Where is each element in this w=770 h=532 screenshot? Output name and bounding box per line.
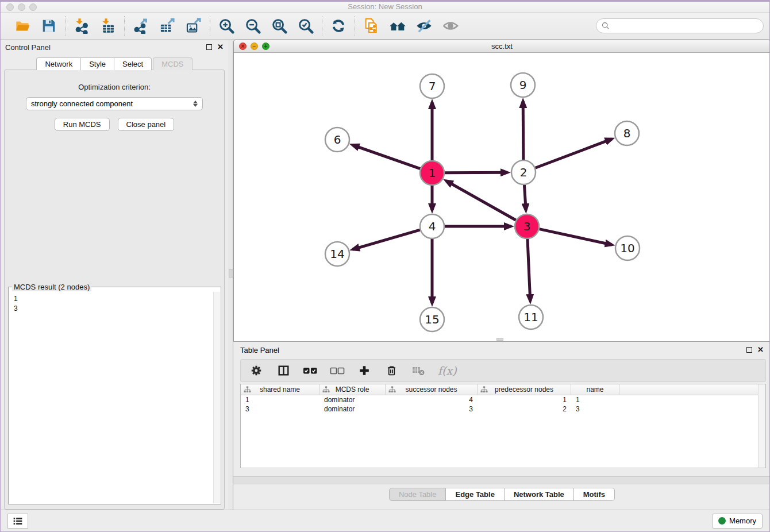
- graph-edge-3-10[interactable]: [539, 229, 611, 245]
- tab-mcds[interactable]: MCDS: [153, 57, 192, 70]
- column-header-MCDS-role[interactable]: MCDS role: [319, 384, 386, 395]
- zoom-out-icon[interactable]: [244, 17, 261, 34]
- network-view-window: scc.txt × − + 7968124314101511: [233, 40, 770, 342]
- tab-network-table[interactable]: Network Table: [505, 488, 574, 501]
- zoom-fit-icon[interactable]: [271, 17, 288, 34]
- table-cell[interactable]: 3: [241, 404, 319, 414]
- graph-node-label-4: 4: [429, 219, 436, 233]
- minimize-window-button[interactable]: [18, 3, 25, 11]
- graph-edge-1-2[interactable]: [445, 172, 507, 173]
- clone-network-icon[interactable]: [363, 17, 380, 34]
- delete-table-icon[interactable]: [411, 363, 426, 378]
- export-table-icon[interactable]: [159, 17, 176, 34]
- splitter-grip[interactable]: [229, 269, 233, 277]
- tab-edge-table[interactable]: Edge Table: [446, 488, 504, 501]
- mcds-result-title: MCDS result (2 nodes): [12, 283, 91, 291]
- table-row[interactable]: 3dominator323: [241, 404, 765, 414]
- graph-node-label-14: 14: [330, 247, 344, 261]
- graph-edge-4-14[interactable]: [353, 230, 420, 249]
- graph-node-label-1: 1: [429, 166, 436, 180]
- open-session-icon[interactable]: [14, 17, 31, 34]
- memory-label: Memory: [729, 516, 756, 525]
- graph-edge-2-9[interactable]: [523, 101, 523, 160]
- network-canvas[interactable]: 7968124314101511: [234, 53, 770, 341]
- export-image-icon[interactable]: [185, 17, 202, 34]
- graph-edge-2-3[interactable]: [524, 185, 526, 210]
- close-window-button[interactable]: [6, 3, 14, 11]
- table-cell[interactable]: dominator: [319, 404, 386, 414]
- column-header-name[interactable]: name: [571, 384, 619, 395]
- select-all-icon[interactable]: [303, 363, 318, 378]
- table-settings-gear-icon[interactable]: [249, 363, 264, 378]
- table-cell[interactable]: 3: [571, 404, 619, 414]
- table-row[interactable]: 1dominator411: [241, 395, 765, 404]
- window-titlebar: Session: New Session: [1, 2, 769, 13]
- deselect-all-icon[interactable]: [330, 363, 345, 378]
- control-panel-tabs: Network Style Select MCDS: [1, 57, 228, 70]
- task-history-button[interactable]: [7, 514, 28, 529]
- export-network-icon[interactable]: [132, 17, 149, 34]
- search-box[interactable]: [596, 18, 764, 33]
- import-network-icon[interactable]: [73, 17, 90, 34]
- close-panel-button[interactable]: Close panel: [118, 118, 175, 131]
- network-window-grip[interactable]: [496, 338, 503, 341]
- tab-select[interactable]: Select: [114, 57, 152, 70]
- tab-node-table[interactable]: Node Table: [389, 488, 446, 501]
- table-cell[interactable]: 1: [478, 395, 571, 404]
- float-panel-icon[interactable]: [206, 44, 212, 50]
- window-title: Session: New Session: [1, 2, 769, 12]
- table-scrollbar[interactable]: [758, 384, 765, 468]
- save-session-icon[interactable]: [40, 17, 57, 34]
- close-table-panel-icon[interactable]: ✕: [757, 347, 764, 353]
- node-table: shared nameMCDS rolesuccessor nodesprede…: [240, 384, 766, 468]
- zoom-selected-icon[interactable]: [297, 17, 314, 34]
- network-overview-icon[interactable]: [389, 17, 406, 34]
- close-panel-icon[interactable]: ✕: [217, 44, 224, 50]
- mcds-result-text[interactable]: 13: [9, 292, 220, 503]
- table-cell[interactable]: 4: [386, 395, 478, 404]
- network-window-titlebar[interactable]: scc.txt × − +: [234, 40, 770, 53]
- add-column-plus-icon[interactable]: [357, 363, 372, 378]
- show-panel-eye-icon[interactable]: [442, 17, 459, 34]
- graph-edge-3-1[interactable]: [446, 181, 515, 220]
- criterion-dropdown[interactable]: strongly connected component: [26, 97, 203, 110]
- delete-column-trash-icon[interactable]: [384, 363, 399, 378]
- column-header-shared-name[interactable]: shared name: [241, 384, 319, 395]
- apply-function-fx-icon[interactable]: f(x): [438, 363, 457, 378]
- tab-style[interactable]: Style: [81, 57, 114, 70]
- zoom-in-icon[interactable]: [218, 17, 235, 34]
- column-type-icon: [480, 386, 488, 393]
- table-cell[interactable]: 2: [478, 404, 571, 414]
- control-panel: Control Panel ✕ Network Style Select MCD…: [1, 40, 228, 512]
- import-table-icon[interactable]: [99, 17, 117, 34]
- panel-splitter[interactable]: [228, 40, 233, 512]
- split-view-icon[interactable]: [276, 363, 291, 378]
- column-type-icon: [322, 386, 330, 393]
- table-cell[interactable]: 1: [241, 395, 319, 404]
- search-input[interactable]: [613, 22, 758, 30]
- graph-node-label-3: 3: [523, 219, 531, 233]
- network-graph[interactable]: 7968124314101511: [234, 53, 770, 341]
- table-cell[interactable]: 3: [386, 404, 478, 414]
- tab-network[interactable]: Network: [36, 57, 81, 70]
- graph-edge-1-6[interactable]: [352, 145, 420, 168]
- float-table-panel-icon[interactable]: [746, 347, 752, 353]
- table-cell[interactable]: dominator: [319, 395, 386, 404]
- hide-panel-eye-slash-icon[interactable]: [415, 17, 433, 34]
- status-bar: Memory: [1, 510, 769, 531]
- control-panel-title: Control Panel: [5, 43, 51, 52]
- refresh-layout-icon[interactable]: [330, 17, 347, 34]
- run-mcds-button[interactable]: Run MCDS: [55, 118, 110, 131]
- graph-node-label-9: 9: [519, 78, 527, 92]
- memory-button[interactable]: Memory: [712, 514, 763, 529]
- tab-motifs[interactable]: Motifs: [574, 488, 615, 501]
- graph-edge-3-11[interactable]: [528, 239, 530, 301]
- column-header-predecessor-nodes[interactable]: predecessor nodes: [478, 384, 571, 395]
- table-toolbar: f(x): [240, 359, 766, 382]
- table-cell[interactable]: 1: [571, 395, 619, 404]
- column-header-successor-nodes[interactable]: successor nodes: [386, 384, 478, 395]
- result-scrollbar[interactable]: [213, 292, 220, 503]
- window-controls[interactable]: [6, 3, 37, 11]
- maximize-window-button[interactable]: [29, 3, 37, 11]
- graph-edge-2-8[interactable]: [536, 139, 612, 168]
